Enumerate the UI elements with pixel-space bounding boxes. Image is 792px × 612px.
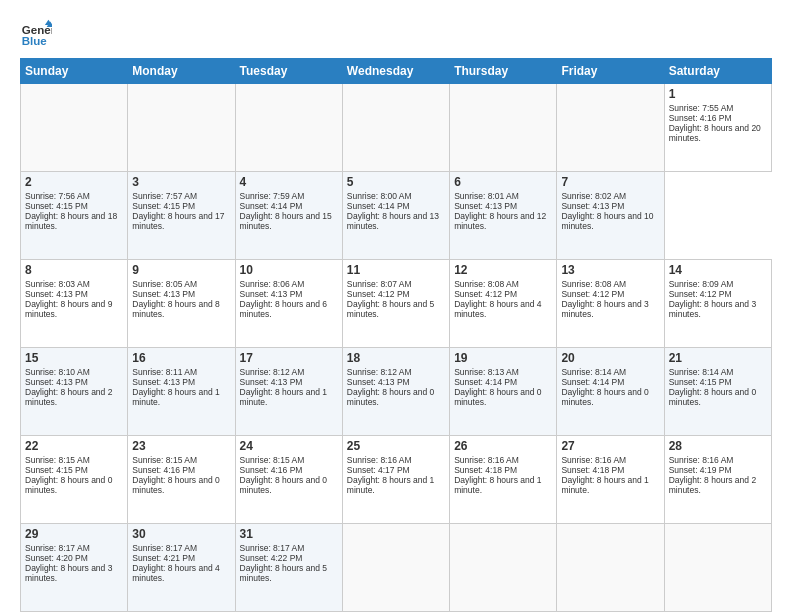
day-cell-16: 16Sunrise: 8:11 AMSunset: 4:13 PMDayligh…	[128, 348, 235, 436]
day-cell-31: 31Sunrise: 8:17 AMSunset: 4:22 PMDayligh…	[235, 524, 342, 612]
day-cell-7: 7Sunrise: 8:02 AMSunset: 4:13 PMDaylight…	[557, 172, 664, 260]
empty-cell	[235, 84, 342, 172]
day-cell-13: 13Sunrise: 8:08 AMSunset: 4:12 PMDayligh…	[557, 260, 664, 348]
header: General Blue	[20, 18, 772, 50]
day-cell-27: 27Sunrise: 8:16 AMSunset: 4:18 PMDayligh…	[557, 436, 664, 524]
day-cell-10: 10Sunrise: 8:06 AMSunset: 4:13 PMDayligh…	[235, 260, 342, 348]
days-of-week-row: SundayMondayTuesdayWednesdayThursdayFrid…	[21, 59, 772, 84]
empty-cell	[342, 524, 449, 612]
empty-cell	[450, 84, 557, 172]
week-row-5: 22Sunrise: 8:15 AMSunset: 4:15 PMDayligh…	[21, 436, 772, 524]
day-cell-23: 23Sunrise: 8:15 AMSunset: 4:16 PMDayligh…	[128, 436, 235, 524]
empty-cell	[557, 524, 664, 612]
week-row-4: 15Sunrise: 8:10 AMSunset: 4:13 PMDayligh…	[21, 348, 772, 436]
day-cell-25: 25Sunrise: 8:16 AMSunset: 4:17 PMDayligh…	[342, 436, 449, 524]
day-cell-17: 17Sunrise: 8:12 AMSunset: 4:13 PMDayligh…	[235, 348, 342, 436]
day-cell-8: 8Sunrise: 8:03 AMSunset: 4:13 PMDaylight…	[21, 260, 128, 348]
logo-icon: General Blue	[20, 18, 52, 50]
empty-cell	[557, 84, 664, 172]
day-cell-14: 14Sunrise: 8:09 AMSunset: 4:12 PMDayligh…	[664, 260, 771, 348]
day-cell-21: 21Sunrise: 8:14 AMSunset: 4:15 PMDayligh…	[664, 348, 771, 436]
day-cell-9: 9Sunrise: 8:05 AMSunset: 4:13 PMDaylight…	[128, 260, 235, 348]
day-cell-1: 1Sunrise: 7:55 AMSunset: 4:16 PMDaylight…	[664, 84, 771, 172]
logo: General Blue	[20, 18, 56, 50]
week-row-2: 2Sunrise: 7:56 AMSunset: 4:15 PMDaylight…	[21, 172, 772, 260]
day-of-week-sunday: Sunday	[21, 59, 128, 84]
svg-text:Blue: Blue	[22, 35, 48, 47]
week-row-6: 29Sunrise: 8:17 AMSunset: 4:20 PMDayligh…	[21, 524, 772, 612]
day-cell-24: 24Sunrise: 8:15 AMSunset: 4:16 PMDayligh…	[235, 436, 342, 524]
empty-cell	[342, 84, 449, 172]
day-cell-2: 2Sunrise: 7:56 AMSunset: 4:15 PMDaylight…	[21, 172, 128, 260]
day-cell-4: 4Sunrise: 7:59 AMSunset: 4:14 PMDaylight…	[235, 172, 342, 260]
calendar-table: SundayMondayTuesdayWednesdayThursdayFrid…	[20, 58, 772, 612]
day-cell-22: 22Sunrise: 8:15 AMSunset: 4:15 PMDayligh…	[21, 436, 128, 524]
day-cell-20: 20Sunrise: 8:14 AMSunset: 4:14 PMDayligh…	[557, 348, 664, 436]
empty-cell	[450, 524, 557, 612]
day-cell-30: 30Sunrise: 8:17 AMSunset: 4:21 PMDayligh…	[128, 524, 235, 612]
day-of-week-thursday: Thursday	[450, 59, 557, 84]
day-of-week-tuesday: Tuesday	[235, 59, 342, 84]
week-row-1: 1Sunrise: 7:55 AMSunset: 4:16 PMDaylight…	[21, 84, 772, 172]
day-cell-18: 18Sunrise: 8:12 AMSunset: 4:13 PMDayligh…	[342, 348, 449, 436]
day-cell-29: 29Sunrise: 8:17 AMSunset: 4:20 PMDayligh…	[21, 524, 128, 612]
calendar-page: General Blue SundayMondayTuesdayWednesda…	[0, 0, 792, 612]
day-cell-19: 19Sunrise: 8:13 AMSunset: 4:14 PMDayligh…	[450, 348, 557, 436]
day-cell-15: 15Sunrise: 8:10 AMSunset: 4:13 PMDayligh…	[21, 348, 128, 436]
day-of-week-monday: Monday	[128, 59, 235, 84]
empty-cell	[664, 524, 771, 612]
day-cell-28: 28Sunrise: 8:16 AMSunset: 4:19 PMDayligh…	[664, 436, 771, 524]
day-cell-26: 26Sunrise: 8:16 AMSunset: 4:18 PMDayligh…	[450, 436, 557, 524]
day-cell-6: 6Sunrise: 8:01 AMSunset: 4:13 PMDaylight…	[450, 172, 557, 260]
day-of-week-friday: Friday	[557, 59, 664, 84]
day-cell-3: 3Sunrise: 7:57 AMSunset: 4:15 PMDaylight…	[128, 172, 235, 260]
empty-cell	[21, 84, 128, 172]
day-cell-5: 5Sunrise: 8:00 AMSunset: 4:14 PMDaylight…	[342, 172, 449, 260]
day-cell-11: 11Sunrise: 8:07 AMSunset: 4:12 PMDayligh…	[342, 260, 449, 348]
week-row-3: 8Sunrise: 8:03 AMSunset: 4:13 PMDaylight…	[21, 260, 772, 348]
empty-cell	[128, 84, 235, 172]
calendar-body: 1Sunrise: 7:55 AMSunset: 4:16 PMDaylight…	[21, 84, 772, 612]
day-cell-12: 12Sunrise: 8:08 AMSunset: 4:12 PMDayligh…	[450, 260, 557, 348]
day-of-week-wednesday: Wednesday	[342, 59, 449, 84]
day-of-week-saturday: Saturday	[664, 59, 771, 84]
